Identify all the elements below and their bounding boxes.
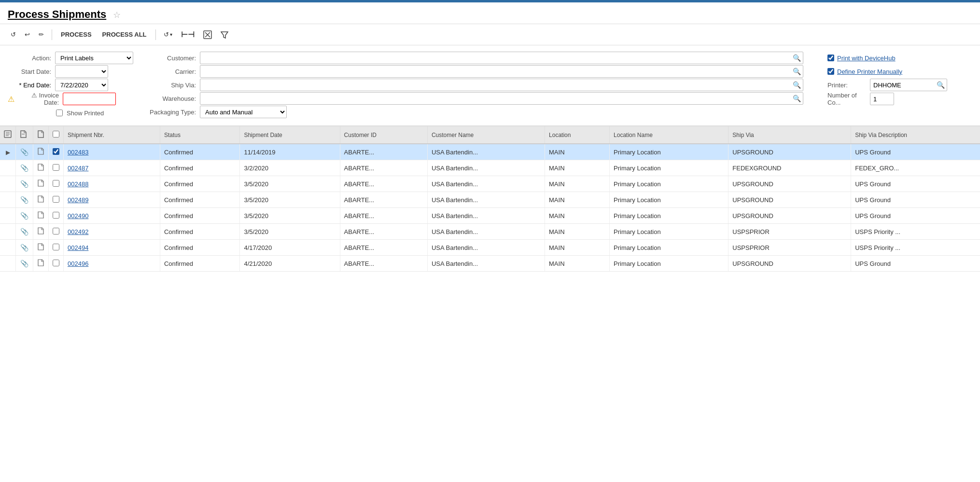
row-arrow-cell: ▶ [0, 144, 16, 160]
start-date-label: Start Date: [8, 68, 51, 75]
row-select-checkbox[interactable] [53, 212, 59, 219]
document-icon[interactable] [37, 228, 44, 236]
row-location-name: Primary Location [610, 224, 728, 240]
select-all-checkbox[interactable] [53, 131, 59, 138]
row-status: Confirmed [160, 192, 239, 208]
row-attachment-cell: 📎 [16, 192, 33, 208]
row-arrow-cell [0, 176, 16, 192]
toolbar-separator-2 [155, 29, 156, 40]
row-ship-via-desc: UPS Ground [851, 144, 980, 160]
attachment-icon[interactable]: 📎 [20, 148, 29, 156]
define-printer-label: Define Printer Manually [837, 68, 902, 75]
row-checkbox-cell[interactable] [49, 240, 64, 256]
row-checkbox-cell[interactable] [49, 256, 64, 272]
attachment-icon[interactable]: 📎 [20, 211, 29, 220]
row-select-checkbox[interactable] [53, 180, 59, 187]
document-icon[interactable] [37, 260, 44, 268]
row-checkbox-cell[interactable] [49, 160, 64, 176]
row-customer-name: USA Bartendin... [427, 176, 545, 192]
copies-input[interactable]: 1 [870, 93, 894, 105]
ship-via-search-wrap: 🔍 [200, 79, 803, 91]
th-customer-id: Customer ID [340, 126, 427, 144]
table-container: Shipment Nbr. Status Shipment Date Custo… [0, 126, 980, 272]
shipment-number-link[interactable]: 002483 [68, 149, 88, 156]
history-dropdown-button[interactable]: ↺▾ [161, 29, 175, 40]
row-checkbox-cell[interactable] [49, 224, 64, 240]
warehouse-input[interactable] [200, 92, 803, 105]
start-date-select[interactable] [55, 65, 108, 78]
filter-button[interactable] [218, 29, 231, 41]
row-checkbox-cell[interactable] [49, 144, 64, 160]
row-arrow-cell [0, 224, 16, 240]
toolbar-separator-1 [52, 29, 52, 40]
table-row: ▶ 📎 002483 Confirmed 11/14/2019 ABARTE..… [0, 144, 980, 160]
undo-button[interactable]: ↩ [22, 29, 33, 40]
row-status: Confirmed [160, 144, 239, 160]
attachment-icon[interactable]: 📎 [20, 195, 29, 204]
document-icon[interactable] [37, 164, 44, 173]
export-button[interactable] [200, 28, 215, 41]
th-checkbox[interactable] [49, 126, 64, 144]
row-select-checkbox[interactable] [53, 164, 59, 171]
edit-button[interactable]: ✏ [36, 29, 47, 40]
shipment-number-link[interactable]: 002490 [68, 212, 88, 220]
invoice-date-input[interactable]: 7/22/2020 [63, 93, 116, 105]
document-icon[interactable] [37, 196, 44, 205]
ship-via-input[interactable] [200, 79, 803, 91]
process-button[interactable]: PROCESS [57, 29, 96, 40]
refresh-button[interactable]: ↺ [8, 29, 19, 40]
row-select-checkbox[interactable] [53, 244, 59, 250]
carrier-row: Carrier: 🔍 [148, 65, 803, 78]
printer-input[interactable]: DHHOME [870, 79, 947, 91]
row-ship-via: FEDEXGROUND [728, 160, 851, 176]
ship-via-label: Ship Via: [148, 82, 196, 89]
row-shipment-date: 3/5/2020 [240, 208, 340, 224]
table-row: 📎 002496 Confirmed 4/21/2020 ABARTE... U… [0, 256, 980, 272]
process-all-button[interactable]: PROCESS ALL [98, 29, 151, 40]
row-doc-cell [33, 160, 49, 176]
document-icon[interactable] [37, 180, 44, 189]
row-ship-via: UPSGROUND [728, 176, 851, 192]
shipment-number-link[interactable]: 002494 [68, 244, 88, 251]
row-location-name: Primary Location [610, 176, 728, 192]
shipment-number-link[interactable]: 002489 [68, 196, 88, 204]
document-icon[interactable] [37, 148, 44, 157]
favorite-star-icon[interactable]: ☆ [113, 10, 121, 20]
row-checkbox-cell[interactable] [49, 208, 64, 224]
row-status: Confirmed [160, 224, 239, 240]
document-icon[interactable] [37, 212, 44, 220]
carrier-label: Carrier: [148, 68, 196, 75]
packaging-type-select[interactable]: Auto and Manual Auto Manual [200, 106, 287, 118]
show-printed-checkbox[interactable] [56, 110, 63, 116]
row-checkbox-cell[interactable] [49, 192, 64, 208]
define-printer-checkbox[interactable] [827, 68, 834, 75]
shipment-number-link[interactable]: 002487 [68, 165, 88, 172]
row-ship-via-desc: FEDEX_GRO... [851, 160, 980, 176]
row-select-checkbox[interactable] [53, 228, 59, 234]
row-customer-id: ABARTE... [340, 224, 427, 240]
row-select-checkbox[interactable] [53, 196, 59, 203]
attachment-icon[interactable]: 📎 [20, 179, 29, 188]
customer-input[interactable] [200, 52, 803, 64]
row-location-name: Primary Location [610, 240, 728, 256]
fit-columns-button[interactable]: ⊢⊣ [178, 28, 197, 41]
attachment-icon[interactable]: 📎 [20, 259, 29, 268]
row-checkbox-cell[interactable] [49, 176, 64, 192]
row-select-checkbox[interactable] [53, 148, 59, 155]
attachment-icon[interactable]: 📎 [20, 227, 29, 236]
attachment-icon[interactable]: 📎 [20, 164, 29, 172]
row-ship-via-desc: UPS Ground [851, 208, 980, 224]
attachment-icon[interactable]: 📎 [20, 243, 29, 252]
shipment-number-link[interactable]: 002496 [68, 260, 88, 267]
invoice-date-label: ⚠ Invoice Date: [19, 92, 59, 106]
document-icon[interactable] [37, 244, 44, 252]
shipment-number-link[interactable]: 002488 [68, 180, 88, 188]
th-col-icon1 [0, 126, 16, 144]
carrier-input[interactable] [200, 65, 803, 78]
action-select[interactable]: Print Labels Ship Void [55, 52, 133, 64]
print-devicehub-checkbox[interactable] [827, 55, 834, 61]
end-date-select[interactable]: 7/22/2020 [55, 79, 108, 91]
shipment-number-link[interactable]: 002492 [68, 228, 88, 235]
row-ship-via: USPSPRIOR [728, 240, 851, 256]
row-select-checkbox[interactable] [53, 260, 59, 266]
